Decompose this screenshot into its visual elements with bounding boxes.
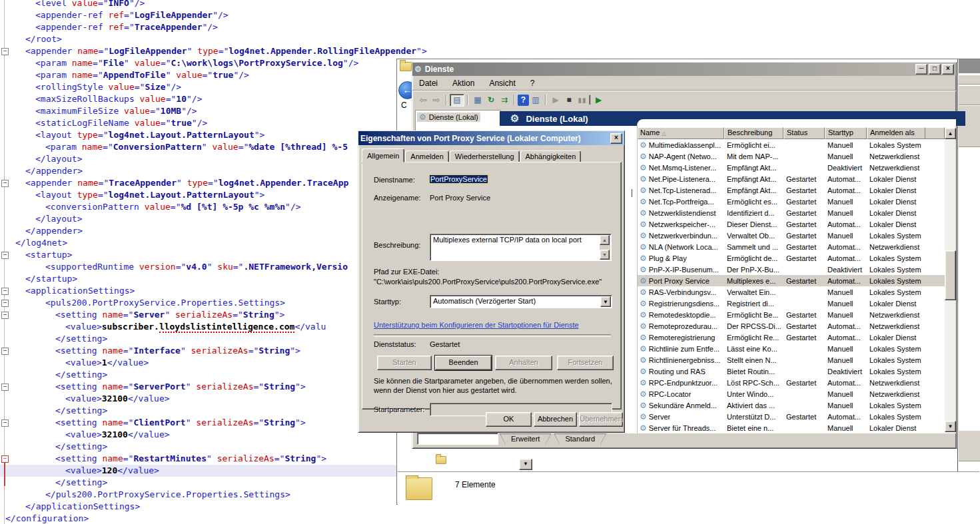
service-row[interactable]: ⚙Remoteprozedurau...Der RPCSS-Di...Gesta… — [638, 320, 945, 332]
column-header-anmelden[interactable]: Anmelden als — [867, 127, 925, 139]
menu-aktion[interactable]: Aktion — [452, 79, 474, 88]
export-list-icon[interactable]: ⇉ — [498, 95, 511, 106]
fold-collapse-icon[interactable]: − — [1, 419, 9, 427]
fold-collapse-icon[interactable]: − — [1, 348, 9, 355]
fold-collapse-icon[interactable]: − — [1, 180, 9, 187]
service-row[interactable]: ⚙Sekundäre Anmeld...Aktiviert das ...Man… — [638, 399, 945, 411]
extended-view-icon[interactable]: ▥ — [529, 95, 542, 106]
service-row[interactable]: ⚙Netzwerkspeicher-...Dieser Dienst...Ges… — [638, 218, 945, 230]
service-row[interactable]: ⚙NAP-Agent (Netwo...Mit dem NAP-...Manue… — [638, 150, 945, 162]
service-starttype-cell: Manuell — [825, 300, 867, 308]
starten-button[interactable]: Starten — [377, 356, 432, 370]
service-row[interactable]: ⚙Net.Msmq-Listener...Empfängt Akt...Deak… — [638, 162, 945, 173]
starttyp-combobox[interactable]: Automatisch (Verzögerter Start) ▼ — [430, 295, 612, 308]
service-row[interactable]: ⚙NetzwerklistendienstIdentifiziert d...G… — [638, 207, 945, 218]
service-row[interactable]: ⚙NLA (Network Loca...Sammelt und ...Gest… — [638, 241, 945, 252]
beschreibung-textbox[interactable]: Multiplexes external TCP/IP data on loca… — [430, 234, 612, 261]
menu-datei[interactable]: Datei — [419, 79, 438, 88]
restart-service-icon[interactable]: ▏▶ — [589, 95, 602, 106]
services-titlebar[interactable]: ⚙ Dienste ─ □ × — [412, 63, 956, 76]
help-icon[interactable]: ? — [518, 95, 529, 106]
service-row[interactable]: ⚙Richtlinie zum Entfe...Lässt eine Ko...… — [638, 343, 945, 354]
service-row[interactable]: ⚙Net.Tcp-Listenerad...Empfängt Akt...Ges… — [638, 184, 945, 196]
start-service-icon[interactable]: ▶ — [549, 95, 562, 106]
fortsetzen-button[interactable]: Fortsetzen — [557, 356, 614, 370]
scroll-up-icon[interactable]: ▲ — [945, 128, 956, 139]
service-row[interactable]: ⚙Remotedesktopdie...Ermöglicht Be...Gest… — [638, 309, 945, 320]
list-scrollbar[interactable]: ▲ ▼ — [945, 128, 956, 432]
forward-icon[interactable]: ⇨ — [430, 95, 443, 106]
desc-scroll-up-icon[interactable]: ▲ — [600, 235, 610, 245]
service-row[interactable]: ⚙PnP-X-IP-Busenum...Der PnP-X-Bu...Deakt… — [638, 264, 945, 275]
uebernehmen-button[interactable]: Übernehmen — [579, 412, 623, 427]
fold-collapse-icon[interactable]: − — [1, 288, 9, 295]
close-button[interactable]: × — [942, 64, 954, 75]
service-row[interactable]: ⚙Net.Pipe-Listenera...Empfängt Akt...Ges… — [638, 173, 945, 184]
service-logon-cell: Lokaler Dienst — [867, 175, 925, 183]
scrollbar-thumb[interactable] — [945, 250, 956, 300]
startoptions-link[interactable]: Unterstützung beim Konfigurieren der Sta… — [374, 321, 579, 329]
scroll-down-icon[interactable]: ▼ — [945, 421, 956, 432]
tab-erweitert[interactable]: Erweitert — [500, 433, 551, 445]
service-description-cell: Stellt einen N... — [724, 356, 783, 364]
service-row[interactable]: ⚙Plug & PlayErmöglicht de...GestartetAut… — [638, 252, 945, 264]
service-status-cell: Gestartet — [783, 277, 825, 285]
service-description-cell: Aktiviert das ... — [724, 401, 783, 409]
ok-button[interactable]: OK — [486, 412, 532, 427]
tab-anmelden[interactable]: Anmelden — [405, 150, 449, 162]
service-row[interactable]: ⚙Netzwerkverbindun...Verwaltet Ob...Gest… — [638, 230, 945, 241]
tree-item-dienste-lokal[interactable]: ⚙ Dienste (Lokal) — [417, 113, 480, 122]
service-row[interactable]: ⚙Routing und RASBietet Routin...Deaktivi… — [638, 366, 945, 377]
folder-icon[interactable] — [436, 456, 446, 464]
service-row[interactable]: ⚙RemoteregistrierungErmöglicht Re...Gest… — [638, 332, 945, 343]
tab-wiederherstellung[interactable]: Wiederherstellung — [450, 150, 520, 162]
maximize-button[interactable]: □ — [929, 64, 941, 75]
menu-ansicht[interactable]: Ansicht — [489, 79, 515, 88]
dialog-titlebar[interactable]: Eigenschaften von Port Proxy Service (Lo… — [358, 131, 624, 145]
beschreibung-scrollbar[interactable]: ▲ ▼ — [600, 235, 610, 260]
menu-hilfe[interactable]: ? — [530, 79, 535, 88]
column-header-beschreibung[interactable]: Beschreibung — [724, 127, 783, 139]
fold-collapse-icon[interactable]: − — [1, 312, 9, 319]
column-header-status[interactable]: Status — [783, 127, 825, 139]
service-row[interactable]: ⚙Multimediaklassenpl...Ermöglicht ei...M… — [638, 139, 945, 150]
dropdown-button[interactable]: ▼ — [519, 459, 532, 470]
combo-dropdown-icon[interactable]: ▼ — [600, 296, 611, 307]
service-description-cell: Löst RPC-Sch... — [724, 379, 783, 387]
column-header-starttyp[interactable]: Starttyp — [825, 127, 867, 139]
fold-collapse-icon[interactable]: − — [1, 48, 9, 55]
properties-icon[interactable]: ▦ — [471, 95, 484, 106]
stop-service-icon[interactable]: ■ — [562, 95, 576, 106]
service-status-cell: Gestartet — [783, 379, 825, 387]
tab-standard[interactable]: Standard — [554, 433, 606, 445]
service-row[interactable]: ⚙Port Proxy ServiceMultiplexes e...Gesta… — [638, 275, 945, 286]
bottom-left-textbox[interactable] — [417, 433, 498, 445]
service-row[interactable]: ⚙Richtlinienergebniss...Stellt einen N..… — [638, 354, 945, 366]
service-starttype-cell: Automat... — [825, 243, 867, 251]
anhalten-button[interactable]: Anhalten — [495, 356, 552, 370]
show-console-tree-icon[interactable]: ▤ — [450, 94, 464, 107]
tab-abhaengigkeiten[interactable]: Abhängigkeiten — [520, 150, 582, 162]
fold-collapse-icon[interactable]: − — [1, 384, 9, 391]
service-row[interactable]: ⚙Server für Threads...Bietet eine n...Ma… — [638, 422, 945, 433]
fold-collapse-icon[interactable]: − — [1, 300, 9, 307]
separator-line — [374, 334, 611, 337]
dialog-close-icon[interactable]: × — [610, 133, 622, 144]
fold-collapse-icon[interactable]: − — [1, 252, 9, 259]
service-row[interactable]: ⚙RPC-LocatorUnter Windo...ManuellNetzwer… — [638, 388, 945, 399]
beenden-button[interactable]: Beenden — [435, 356, 492, 370]
pause-service-icon[interactable]: ▮▮ — [576, 95, 589, 106]
service-row[interactable]: ⚙Registrierungsdiens...Registriert di...… — [638, 298, 945, 309]
service-row[interactable]: ⚙ServerUnterstützt D...GestartetAutomat.… — [638, 411, 945, 422]
column-header-name[interactable]: Name △ — [638, 127, 724, 139]
back-icon[interactable]: ⇦ — [416, 95, 430, 106]
service-row[interactable]: ⚙Net.Tcp-Portfreiga...Ermöglicht es...Ge… — [638, 196, 945, 207]
tab-allgemein[interactable]: Allgemein — [362, 148, 404, 162]
minimize-button[interactable]: ─ — [915, 64, 927, 75]
strip-row — [959, 85, 980, 105]
refresh-icon[interactable]: ↻ — [484, 95, 498, 106]
abbrechen-button[interactable]: Abbrechen — [534, 412, 577, 427]
service-row[interactable]: ⚙RAS-Verbindungsv...Verwaltet Ein...Manu… — [638, 286, 945, 298]
desc-scroll-down-icon[interactable]: ▼ — [600, 250, 610, 260]
service-row[interactable]: ⚙RPC-Endpunktzuor...Löst RPC-Sch...Gesta… — [638, 377, 945, 388]
